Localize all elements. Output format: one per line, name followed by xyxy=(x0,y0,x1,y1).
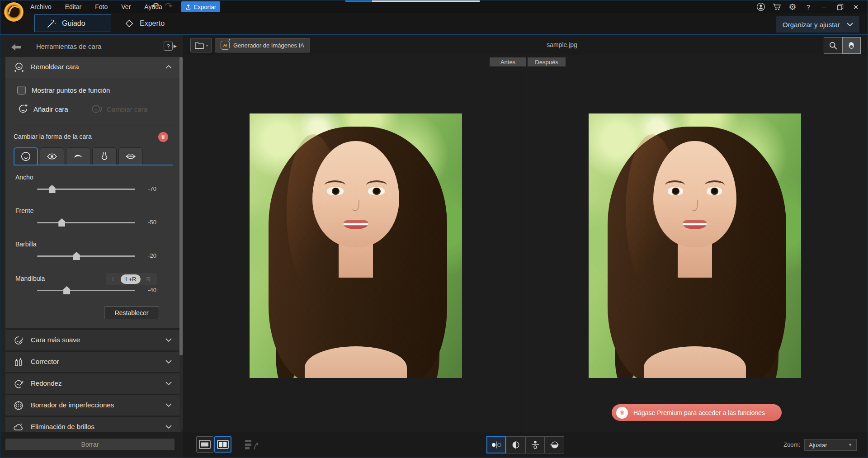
tab-lips[interactable] xyxy=(118,147,143,165)
undo-icon[interactable]: ↶ xyxy=(151,0,159,11)
eye-icon xyxy=(46,151,58,162)
caret-down-icon: ▼ xyxy=(848,443,852,447)
slider-track[interactable] xyxy=(37,189,135,190)
slider-track[interactable] xyxy=(37,290,135,291)
menu-divider xyxy=(147,3,147,10)
canvas-nav-tools xyxy=(824,37,861,54)
sidebar-footer: Borrar xyxy=(1,432,183,458)
organize-label: Organizar y ajustar xyxy=(783,21,840,28)
tab-nose[interactable] xyxy=(92,147,117,165)
cart-icon[interactable] xyxy=(772,2,781,11)
organize-dropdown[interactable]: Organizar y ajustar xyxy=(776,16,859,33)
section-blemish-remover[interactable]: Borrador de imperfecciones xyxy=(5,395,181,416)
premium-label: Hágase Premium para acceder a las funcio… xyxy=(633,409,765,416)
split-view-button[interactable] xyxy=(214,436,231,453)
show-feature-points-checkbox[interactable] xyxy=(17,86,26,94)
face-feature-tabs xyxy=(14,147,143,165)
jaw-side-selector: L L+R R xyxy=(106,273,157,285)
magnifier-icon xyxy=(829,41,838,50)
slider-thumb[interactable] xyxy=(63,286,70,294)
add-face-button[interactable]: Añadir cara xyxy=(17,103,68,115)
section-roundness[interactable]: Redondez xyxy=(5,373,181,394)
panel-title: Herramientas de cara xyxy=(36,42,101,50)
reset-button[interactable]: Restablecer xyxy=(104,307,159,319)
after-canvas[interactable] xyxy=(589,113,801,378)
slider-thumb[interactable] xyxy=(73,252,80,260)
compare-side-by-side-button[interactable] xyxy=(486,436,506,453)
single-view-button[interactable] xyxy=(196,436,213,453)
before-tab[interactable]: Antes xyxy=(490,57,526,66)
jaw-both-button[interactable]: L+R xyxy=(121,274,141,284)
clear-button[interactable]: Borrar xyxy=(5,439,175,450)
slider-thumb[interactable] xyxy=(58,218,65,227)
slider-ancho: Ancho -70 xyxy=(5,174,181,201)
back-button[interactable] xyxy=(6,41,26,53)
slider-label: Ancho xyxy=(15,174,33,181)
menu-archivo[interactable]: Archivo xyxy=(30,3,52,10)
help-icon[interactable]: ? xyxy=(804,2,813,11)
scrollbar-thumb[interactable] xyxy=(179,57,183,355)
compare-split-vertical-button[interactable] xyxy=(506,436,525,453)
sidebar-scrollbar[interactable] xyxy=(179,57,183,430)
tool-sections: Cara más suave Corrector Redondez xyxy=(5,330,181,439)
menu-ver[interactable]: Ver xyxy=(121,3,131,10)
section-smoother-face[interactable]: Cara más suave xyxy=(5,330,181,350)
premium-upgrade-button[interactable]: ♛ Hágase Premium para acceder a las func… xyxy=(612,404,782,421)
portrait-nose xyxy=(352,200,359,211)
header-divider xyxy=(30,41,30,53)
face-tools-panel: Herramientas de cara ? ▶ Remoldear cara xyxy=(1,35,183,458)
slider-label: Mandíbula xyxy=(15,275,45,282)
menu-editar[interactable]: Editar xyxy=(65,3,82,10)
jaw-right-button[interactable]: R xyxy=(142,275,154,283)
gear-icon[interactable]: ⚙ xyxy=(788,2,797,11)
chevron-up-icon[interactable] xyxy=(165,65,172,69)
section-concealer[interactable]: Corrector xyxy=(5,352,181,372)
after-tab[interactable]: Después xyxy=(528,57,566,66)
pan-tool-button[interactable] xyxy=(842,37,861,54)
chevron-down-icon xyxy=(165,360,172,364)
close-icon[interactable]: ✕ xyxy=(851,2,860,11)
zoom-dropdown[interactable]: Ajustar ▼ xyxy=(804,439,857,451)
slider-value: -20 xyxy=(148,252,156,259)
panel-header: Herramientas de cara ? ▶ xyxy=(1,38,183,57)
tab-guiado[interactable]: Guiado xyxy=(34,14,111,32)
tab-face-shape[interactable] xyxy=(14,147,38,165)
slider-barbilla: Barbilla -20 xyxy=(5,241,181,268)
app-window: Archivo Editar Foto Ver Ayuda ↶ ↷ Export… xyxy=(0,0,868,458)
browse-folder-button[interactable]: ▾ xyxy=(190,38,212,52)
portrait-nose xyxy=(692,200,698,211)
face-shape-row: Cambiar la forma de la cara ♛ xyxy=(5,132,181,144)
compare-top-bottom-button[interactable] xyxy=(525,436,545,453)
export-button[interactable]: Exportar xyxy=(181,1,220,12)
panel-help-button[interactable]: ? ▶ xyxy=(164,42,177,51)
jaw-left-button[interactable]: L xyxy=(108,275,119,283)
chevron-down-icon xyxy=(165,403,172,407)
zoom-tool-button[interactable] xyxy=(824,37,842,54)
face-actions-row: Añadir cara Cambiar cara xyxy=(5,103,181,118)
tab-eyes[interactable] xyxy=(40,147,64,165)
redo-icon[interactable]: ↷ xyxy=(165,0,173,11)
slider-thumb[interactable] xyxy=(49,185,56,193)
account-icon[interactable] xyxy=(756,2,765,11)
compare-split-horizontal-button[interactable] xyxy=(545,436,564,453)
tab-eyebrows[interactable] xyxy=(66,147,90,165)
menu-bar: Archivo Editar Foto Ver Ayuda xyxy=(30,0,162,13)
slider-track[interactable] xyxy=(37,222,135,223)
folder-icon xyxy=(194,41,204,49)
swap-face-button[interactable]: Cambiar cara xyxy=(90,103,147,115)
editor-canvas-area: ▾ AI Generador de Imágenes IA sample.jpg xyxy=(183,35,868,458)
slider-track[interactable] xyxy=(37,255,135,257)
slider-mandibula: Mandíbula L L+R R -40 xyxy=(5,275,181,302)
section-label: Corrector xyxy=(31,358,59,365)
titlebar: Archivo Editar Foto Ver Ayuda ↶ ↷ Export… xyxy=(0,0,868,13)
before-canvas[interactable] xyxy=(250,113,462,378)
help-icon: ? xyxy=(164,42,173,51)
ai-image-generator-button[interactable]: AI Generador de Imágenes IA xyxy=(215,38,310,52)
minimize-icon[interactable]: – xyxy=(820,2,829,11)
reshape-section-header[interactable]: Remoldear cara xyxy=(5,57,181,78)
tab-experto[interactable]: Experto xyxy=(117,14,180,32)
eyebrow-icon xyxy=(72,151,84,162)
menu-foto[interactable]: Foto xyxy=(95,3,108,10)
restore-icon[interactable] xyxy=(835,2,844,11)
face-shape-title: Cambiar la forma de la cara xyxy=(14,133,92,140)
